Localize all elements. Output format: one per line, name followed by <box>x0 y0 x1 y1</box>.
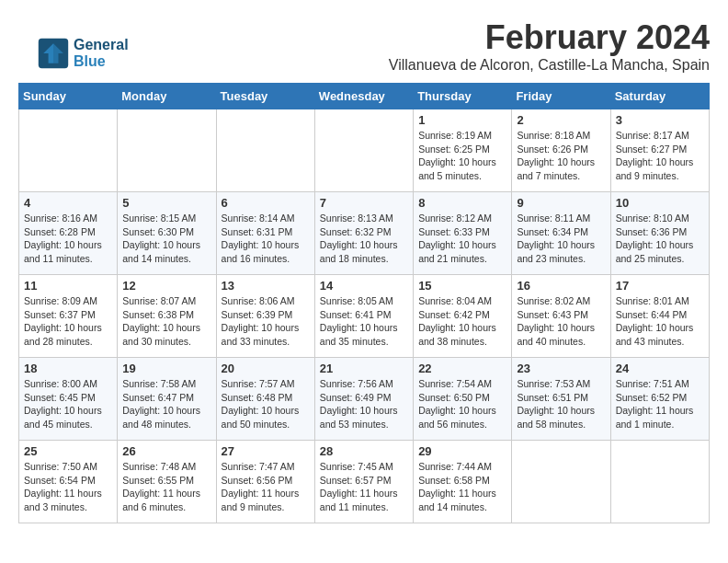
calendar-cell-w4-d4: 21Sunrise: 7:56 AMSunset: 6:49 PMDayligh… <box>314 358 413 441</box>
day-number: 3 <box>616 113 704 127</box>
day-info: Sunrise: 7:48 AMSunset: 6:55 PMDaylight:… <box>122 460 210 514</box>
day-info: Sunrise: 7:57 AMSunset: 6:48 PMDaylight:… <box>222 377 310 431</box>
calendar-cell-w4-d6: 23Sunrise: 7:53 AMSunset: 6:51 PMDayligh… <box>512 358 610 441</box>
calendar-cell-w3-d3: 13Sunrise: 8:06 AMSunset: 6:39 PMDayligh… <box>216 275 314 358</box>
day-info: Sunrise: 8:11 AMSunset: 6:34 PMDaylight:… <box>517 212 605 266</box>
calendar-week-3: 11Sunrise: 8:09 AMSunset: 6:37 PMDayligh… <box>19 275 710 358</box>
day-number: 11 <box>24 279 112 293</box>
day-number: 24 <box>616 362 704 375</box>
day-number: 1 <box>418 113 506 127</box>
day-number: 16 <box>517 279 605 293</box>
calendar-cell-w2-d6: 9Sunrise: 8:11 AMSunset: 6:34 PMDaylight… <box>512 192 610 275</box>
day-info: Sunrise: 7:45 AMSunset: 6:57 PMDaylight:… <box>320 460 408 514</box>
day-info: Sunrise: 7:58 AMSunset: 6:47 PMDaylight:… <box>122 377 210 431</box>
calendar-cell-w1-d2 <box>118 109 216 192</box>
day-info: Sunrise: 8:04 AMSunset: 6:42 PMDaylight:… <box>418 294 506 349</box>
calendar-cell-w4-d3: 20Sunrise: 7:57 AMSunset: 6:48 PMDayligh… <box>216 358 314 441</box>
day-number: 15 <box>418 279 506 293</box>
calendar-cell-w3-d5: 15Sunrise: 8:04 AMSunset: 6:42 PMDayligh… <box>414 275 512 358</box>
day-number: 5 <box>122 196 210 210</box>
day-info: Sunrise: 7:56 AMSunset: 6:49 PMDaylight:… <box>320 377 408 431</box>
calendar-cell-w5-d2: 26Sunrise: 7:48 AMSunset: 6:55 PMDayligh… <box>118 441 216 523</box>
day-info: Sunrise: 8:18 AMSunset: 6:26 PMDaylight:… <box>517 129 605 183</box>
day-info: Sunrise: 8:10 AMSunset: 6:36 PMDaylight:… <box>616 212 704 266</box>
day-number: 20 <box>222 362 310 375</box>
calendar-cell-w1-d5: 1Sunrise: 8:19 AMSunset: 6:25 PMDaylight… <box>414 109 512 192</box>
day-number: 6 <box>222 196 310 210</box>
calendar-cell-w1-d6: 2Sunrise: 8:18 AMSunset: 6:26 PMDaylight… <box>512 109 610 192</box>
calendar-cell-w2-d1: 4Sunrise: 8:16 AMSunset: 6:28 PMDaylight… <box>19 192 118 275</box>
day-info: Sunrise: 8:07 AMSunset: 6:38 PMDaylight:… <box>122 294 210 349</box>
calendar-cell-w4-d1: 18Sunrise: 8:00 AMSunset: 6:45 PMDayligh… <box>19 358 118 441</box>
day-info: Sunrise: 8:19 AMSunset: 6:25 PMDaylight:… <box>418 129 506 183</box>
day-number: 21 <box>320 362 408 375</box>
calendar-cell-w4-d2: 19Sunrise: 7:58 AMSunset: 6:47 PMDayligh… <box>118 358 216 441</box>
day-number: 14 <box>320 279 408 293</box>
day-info: Sunrise: 8:06 AMSunset: 6:39 PMDaylight:… <box>222 294 310 349</box>
calendar-cell-w2-d3: 6Sunrise: 8:14 AMSunset: 6:31 PMDaylight… <box>216 192 314 275</box>
day-info: Sunrise: 8:09 AMSunset: 6:37 PMDaylight:… <box>24 294 112 349</box>
calendar-cell-w4-d5: 22Sunrise: 7:54 AMSunset: 6:50 PMDayligh… <box>414 358 512 441</box>
day-number: 28 <box>320 444 408 458</box>
day-info: Sunrise: 7:50 AMSunset: 6:54 PMDaylight:… <box>24 460 112 514</box>
calendar-cell-w5-d7 <box>610 441 709 523</box>
day-info: Sunrise: 8:13 AMSunset: 6:32 PMDaylight:… <box>320 212 408 266</box>
calendar-week-4: 18Sunrise: 8:00 AMSunset: 6:45 PMDayligh… <box>19 358 710 441</box>
calendar-cell-w3-d1: 11Sunrise: 8:09 AMSunset: 6:37 PMDayligh… <box>19 275 118 358</box>
calendar-week-5: 25Sunrise: 7:50 AMSunset: 6:54 PMDayligh… <box>19 441 710 523</box>
day-info: Sunrise: 7:54 AMSunset: 6:50 PMDaylight:… <box>418 377 506 431</box>
day-info: Sunrise: 8:02 AMSunset: 6:43 PMDaylight:… <box>517 294 605 349</box>
col-monday: Monday <box>118 84 216 109</box>
day-info: Sunrise: 7:51 AMSunset: 6:52 PMDaylight:… <box>616 377 704 431</box>
col-sunday: Sunday <box>19 84 118 109</box>
day-info: Sunrise: 8:05 AMSunset: 6:41 PMDaylight:… <box>320 294 408 349</box>
calendar-cell-w5-d4: 28Sunrise: 7:45 AMSunset: 6:57 PMDayligh… <box>314 441 413 523</box>
calendar-week-1: 1Sunrise: 8:19 AMSunset: 6:25 PMDaylight… <box>19 109 710 192</box>
day-number: 26 <box>122 444 210 458</box>
calendar-table: Sunday Monday Tuesday Wednesday Thursday… <box>18 83 710 523</box>
day-number: 7 <box>320 196 408 210</box>
calendar-cell-w3-d4: 14Sunrise: 8:05 AMSunset: 6:41 PMDayligh… <box>314 275 413 358</box>
day-number: 4 <box>24 196 112 210</box>
day-number: 8 <box>418 196 506 210</box>
col-tuesday: Tuesday <box>216 84 314 109</box>
day-info: Sunrise: 8:17 AMSunset: 6:27 PMDaylight:… <box>616 129 704 183</box>
day-info: Sunrise: 8:12 AMSunset: 6:33 PMDaylight:… <box>418 212 506 266</box>
day-number: 2 <box>517 113 605 127</box>
calendar-cell-w4-d7: 24Sunrise: 7:51 AMSunset: 6:52 PMDayligh… <box>610 358 709 441</box>
calendar-cell-w5-d5: 29Sunrise: 7:44 AMSunset: 6:58 PMDayligh… <box>414 441 512 523</box>
col-saturday: Saturday <box>610 84 709 109</box>
calendar-cell-w3-d2: 12Sunrise: 8:07 AMSunset: 6:38 PMDayligh… <box>118 275 216 358</box>
calendar-cell-w5-d6 <box>512 441 610 523</box>
day-number: 19 <box>122 362 210 375</box>
logo-blue: Blue <box>74 53 129 70</box>
day-info: Sunrise: 7:47 AMSunset: 6:56 PMDaylight:… <box>222 460 310 514</box>
calendar-cell-w3-d7: 17Sunrise: 8:01 AMSunset: 6:44 PMDayligh… <box>610 275 709 358</box>
day-number: 17 <box>616 279 704 293</box>
logo-general: General <box>74 37 129 53</box>
day-number: 13 <box>222 279 310 293</box>
day-info: Sunrise: 8:14 AMSunset: 6:31 PMDaylight:… <box>222 212 310 266</box>
day-info: Sunrise: 7:53 AMSunset: 6:51 PMDaylight:… <box>517 377 605 431</box>
calendar-week-2: 4Sunrise: 8:16 AMSunset: 6:28 PMDaylight… <box>19 192 710 275</box>
day-number: 22 <box>418 362 506 375</box>
day-info: Sunrise: 8:16 AMSunset: 6:28 PMDaylight:… <box>24 212 112 266</box>
calendar-cell-w1-d3 <box>216 109 314 192</box>
calendar-cell-w5-d3: 27Sunrise: 7:47 AMSunset: 6:56 PMDayligh… <box>216 441 314 523</box>
calendar-cell-w2-d5: 8Sunrise: 8:12 AMSunset: 6:33 PMDaylight… <box>414 192 512 275</box>
calendar-cell-w1-d4 <box>314 109 413 192</box>
calendar-cell-w2-d2: 5Sunrise: 8:15 AMSunset: 6:30 PMDaylight… <box>118 192 216 275</box>
col-thursday: Thursday <box>414 84 512 109</box>
day-info: Sunrise: 8:00 AMSunset: 6:45 PMDaylight:… <box>24 377 112 431</box>
calendar-cell-w1-d1 <box>19 109 118 192</box>
calendar-header-row: Sunday Monday Tuesday Wednesday Thursday… <box>19 84 710 109</box>
calendar-cell-w3-d6: 16Sunrise: 8:02 AMSunset: 6:43 PMDayligh… <box>512 275 610 358</box>
calendar-cell-w2-d4: 7Sunrise: 8:13 AMSunset: 6:32 PMDaylight… <box>314 192 413 275</box>
day-number: 9 <box>517 196 605 210</box>
calendar-cell-w5-d1: 25Sunrise: 7:50 AMSunset: 6:54 PMDayligh… <box>19 441 118 523</box>
day-info: Sunrise: 8:01 AMSunset: 6:44 PMDaylight:… <box>616 294 704 349</box>
calendar-cell-w2-d7: 10Sunrise: 8:10 AMSunset: 6:36 PMDayligh… <box>610 192 709 275</box>
col-friday: Friday <box>512 84 610 109</box>
calendar-cell-w1-d7: 3Sunrise: 8:17 AMSunset: 6:27 PMDaylight… <box>610 109 709 192</box>
day-number: 10 <box>616 196 704 210</box>
